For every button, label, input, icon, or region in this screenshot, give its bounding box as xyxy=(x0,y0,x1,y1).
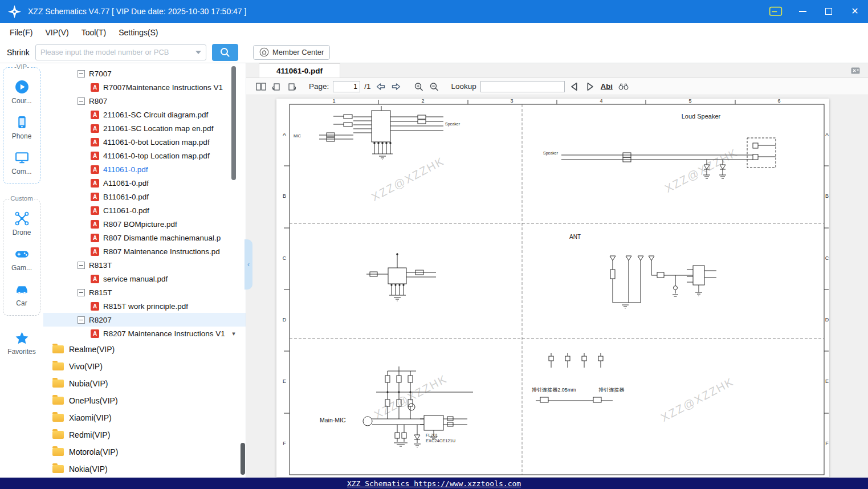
tree-item-pdf[interactable]: service manual.pdf xyxy=(43,272,246,286)
previous-page-icon[interactable] xyxy=(375,82,386,92)
collapse-icon[interactable] xyxy=(78,70,85,78)
pdf-icon xyxy=(91,165,99,174)
minimize-button[interactable] xyxy=(796,5,809,18)
next-match-icon[interactable] xyxy=(584,82,596,92)
close-button[interactable]: ✕ xyxy=(849,5,861,18)
tree-item-r8207[interactable]: R8207 xyxy=(43,313,246,327)
tab-strip: 411061-0.pdf xyxy=(246,63,868,78)
tree-scrollbar-thumb[interactable] xyxy=(231,66,236,180)
vip-card-icon[interactable] xyxy=(769,6,783,17)
maximize-button[interactable] xyxy=(822,5,835,18)
pdf-icon xyxy=(91,111,99,119)
sidebar-item-drone[interactable]: Drone xyxy=(3,211,40,237)
match-text-icon[interactable]: Abi xyxy=(600,82,614,91)
member-center-button[interactable]: Member Center xyxy=(253,45,330,60)
search-button[interactable] xyxy=(212,44,238,61)
collapse-icon[interactable] xyxy=(78,289,85,296)
search-icon xyxy=(219,47,231,58)
tree-item-r813t[interactable]: R813T xyxy=(43,258,246,272)
search-binoculars-icon[interactable] xyxy=(618,82,629,92)
sidebar-item-phone[interactable]: Phone xyxy=(3,115,40,140)
menu-vip[interactable]: VIP(V) xyxy=(39,25,75,40)
pdf-icon xyxy=(91,247,99,256)
model-search-input[interactable] xyxy=(40,48,192,56)
tree-folder-realme[interactable]: Realme(VIP) xyxy=(43,341,246,358)
schematic-drawing xyxy=(276,99,829,477)
lookup-input[interactable] xyxy=(480,81,565,92)
scroll-down-icon[interactable]: ▾ xyxy=(229,330,238,337)
column-label: 6 xyxy=(735,98,824,104)
folder-icon xyxy=(52,431,64,439)
column-label: 5 xyxy=(646,98,735,104)
pdf-icon xyxy=(91,275,99,283)
collapse-icon[interactable] xyxy=(78,97,85,105)
sidebar-item-computer[interactable]: Com... xyxy=(3,150,40,176)
custom-group: Custom Drone Gam... Car xyxy=(3,199,40,316)
tree-item-r807[interactable]: R807 xyxy=(43,94,246,108)
status-link[interactable]: XZZ Schematics https://www.xzztools.com xyxy=(347,479,521,488)
column-label: 1 xyxy=(290,98,378,104)
model-search-combobox[interactable] xyxy=(35,44,206,60)
folder-icon xyxy=(52,414,64,422)
tree-folder-oneplus[interactable]: OnePlus(VIP) xyxy=(43,392,246,409)
collapse-icon[interactable] xyxy=(78,262,85,269)
tree-folder-nubia[interactable]: Nubia(VIP) xyxy=(43,375,246,392)
tree-item-pdf[interactable]: R815T work principle.pdf xyxy=(43,299,246,313)
sidebar-item-game[interactable]: Gam... xyxy=(3,246,40,272)
previous-match-icon[interactable] xyxy=(569,82,580,92)
pdf-icon xyxy=(91,329,99,338)
two-page-view-icon[interactable] xyxy=(255,82,267,92)
rotate-right-icon[interactable] xyxy=(286,82,298,92)
tree-folder-nokia[interactable]: Nokia(VIP) xyxy=(43,461,246,478)
tree-item-pdf[interactable]: B11061-0.pdf xyxy=(43,190,246,203)
zoom-in-icon[interactable] xyxy=(413,82,425,92)
tree-item-pdf[interactable]: 211061-SC Location map en.pdf xyxy=(43,121,246,135)
drone-icon xyxy=(14,211,30,226)
tree-folder-redmi[interactable]: Redmi(VIP) xyxy=(43,426,246,443)
tree-folder-motorola[interactable]: Motorola(VIP) xyxy=(43,443,246,461)
collapse-icon[interactable] xyxy=(78,316,85,324)
sidebar-item-courses[interactable]: Cour... xyxy=(3,79,40,105)
tree-item-pdf-selected[interactable]: 411061-0.pdf xyxy=(43,162,246,176)
left-sidebar: -VIP- Cour... Phone Com... Custom Drone xyxy=(0,63,43,478)
tab-411061-0-pdf[interactable]: 411061-0.pdf xyxy=(259,63,340,78)
folder-icon xyxy=(52,465,64,473)
close-all-tabs-icon[interactable] xyxy=(850,66,861,76)
shrink-button[interactable]: Shrink xyxy=(2,44,35,60)
pdf-icon xyxy=(91,206,99,215)
tree-item-r7007[interactable]: R7007 xyxy=(43,67,246,80)
menu-tool[interactable]: Tool(T) xyxy=(75,25,113,40)
connector-right-label: 排针连接器 xyxy=(588,386,635,394)
tree-item-pdf[interactable]: R807 Dismantle machinemanual.p xyxy=(43,231,246,244)
star-icon xyxy=(14,331,30,346)
page-number-input[interactable] xyxy=(333,81,360,92)
zoom-out-icon[interactable] xyxy=(429,82,440,92)
tree-folder-xiaomi[interactable]: Xiaomi(VIP) xyxy=(43,409,246,426)
tree-item-pdf[interactable]: R8207 Maintenance Instructions V1 xyxy=(43,327,246,340)
panel-scrollbar-thumb[interactable] xyxy=(241,443,245,475)
tree-item-pdf[interactable]: 211061-SC Circuit diagram.pdf xyxy=(43,108,246,121)
sidebar-item-favorites[interactable]: Favorites xyxy=(3,331,40,356)
tree-item-pdf[interactable]: 411061-0-top Location map.pdf xyxy=(43,149,246,162)
tree-item-pdf[interactable]: 411061-0-bot Location map.pdf xyxy=(43,135,246,149)
speaker-label: Speaker xyxy=(445,122,460,126)
menu-settings[interactable]: Settings(S) xyxy=(112,25,164,40)
tree-item-pdf[interactable]: A11061-0.pdf xyxy=(43,176,246,190)
phone-icon xyxy=(14,115,30,130)
menu-file[interactable]: File(F) xyxy=(3,25,39,40)
page-label: Page: xyxy=(309,82,329,91)
tree-item-r815t[interactable]: R815T xyxy=(43,286,246,299)
pdf-content-area[interactable]: 1 2 3 4 5 6 A B C D E F A B C D E F xyxy=(246,95,868,478)
tree-folder-vivo[interactable]: Vivo(VIP) xyxy=(43,358,246,375)
next-page-icon[interactable] xyxy=(390,82,402,92)
row-label: D xyxy=(281,317,288,323)
tree-item-pdf[interactable]: R807 BOMpicture.pdf xyxy=(43,217,246,231)
rotate-left-icon[interactable] xyxy=(271,82,282,92)
tree-item-pdf[interactable]: R807 Maintenance Instructions.pd xyxy=(43,244,246,258)
panel-collapse-handle[interactable]: ‹ xyxy=(244,239,252,290)
sidebar-item-car[interactable]: Car xyxy=(3,282,40,307)
chevron-down-icon[interactable] xyxy=(195,51,201,54)
app-logo-icon xyxy=(7,4,22,19)
tree-item-pdf[interactable]: R7007Maintenance Instructions V1 xyxy=(43,80,246,94)
tree-item-pdf[interactable]: C11061-0.pdf xyxy=(43,203,246,217)
